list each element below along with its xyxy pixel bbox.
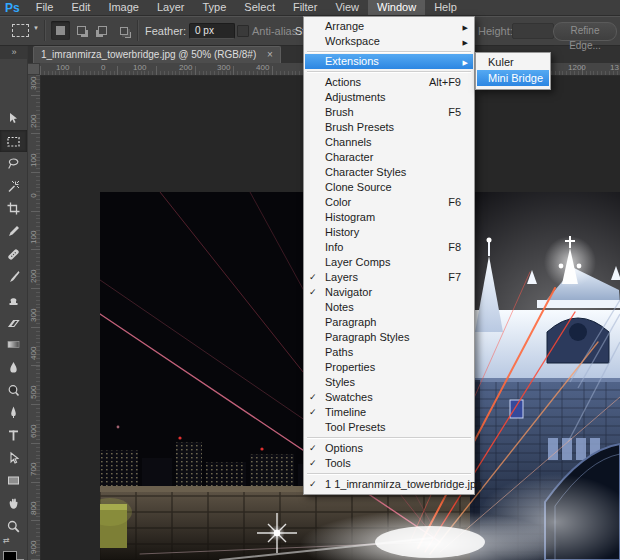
submenu-arrow-icon: ▶ bbox=[463, 20, 468, 35]
move-tool[interactable] bbox=[0, 107, 27, 129]
menu-item-notes[interactable]: Notes bbox=[305, 300, 473, 315]
menu-file[interactable]: File bbox=[27, 0, 63, 15]
rectangular-marquee-tool[interactable] bbox=[0, 130, 27, 152]
menu-item-paragraph[interactable]: Paragraph bbox=[305, 315, 473, 330]
subtract-selection-button[interactable] bbox=[93, 21, 112, 40]
type-tool[interactable] bbox=[0, 424, 27, 446]
hand-tool[interactable] bbox=[0, 492, 27, 514]
menu-window[interactable]: Window bbox=[368, 0, 425, 15]
intersect-selection-button[interactable] bbox=[114, 21, 133, 40]
height-input[interactable] bbox=[512, 23, 554, 39]
menu-item-tools[interactable]: ✓Tools bbox=[305, 456, 473, 471]
menu-select[interactable]: Select bbox=[235, 0, 284, 15]
h-ruler-label: 200 bbox=[179, 63, 192, 72]
feather-input[interactable]: 0 px bbox=[189, 23, 235, 39]
collapse-panels-button[interactable]: » bbox=[0, 46, 27, 59]
photoshop-logo: Ps bbox=[0, 1, 27, 15]
menu-item-adjustments[interactable]: Adjustments bbox=[305, 90, 473, 105]
window-menu-dropdown: Arrange▶ Workspace▶ Extensions▶ ActionsA… bbox=[303, 16, 475, 495]
submenu-arrow-icon: ▶ bbox=[463, 35, 468, 50]
menu-item-actions[interactable]: ActionsAlt+F9 bbox=[305, 75, 473, 90]
rectangle-tool[interactable] bbox=[0, 469, 27, 491]
extensions-submenu: Kuler Mini Bridge bbox=[475, 52, 551, 90]
menu-item-character-styles[interactable]: Character Styles bbox=[305, 165, 473, 180]
h-ruler-label: 1200 bbox=[568, 63, 586, 72]
magic-wand-tool[interactable] bbox=[0, 175, 27, 197]
zoom-tool[interactable] bbox=[0, 515, 27, 537]
pen-tool[interactable] bbox=[0, 401, 27, 423]
eraser-tool[interactable] bbox=[0, 311, 27, 333]
refine-edge-button[interactable]: Refine Edge... bbox=[553, 22, 617, 41]
check-icon: ✓ bbox=[309, 456, 321, 471]
h-ruler-label: 100 bbox=[133, 63, 146, 72]
menu-item-brush[interactable]: BrushF5 bbox=[305, 105, 473, 120]
foreground-color-swatch[interactable] bbox=[3, 551, 17, 560]
menu-filter[interactable]: Filter bbox=[284, 0, 326, 15]
v-ruler-label: 500 bbox=[29, 386, 38, 399]
vertical-ruler[interactable]: 300 200 100 0 100 200 300 400 500 600 70… bbox=[27, 75, 41, 560]
menu-item-brush-presets[interactable]: Brush Presets bbox=[305, 120, 473, 135]
lasso-tool[interactable] bbox=[0, 152, 27, 174]
menu-item-color[interactable]: ColorF6 bbox=[305, 195, 473, 210]
menu-item-timeline[interactable]: ✓Timeline bbox=[305, 405, 473, 420]
menu-view[interactable]: View bbox=[326, 0, 368, 15]
dodge-tool[interactable] bbox=[0, 379, 27, 401]
menu-item-clone-source[interactable]: Clone Source bbox=[305, 180, 473, 195]
menu-edit[interactable]: Edit bbox=[62, 0, 99, 15]
document-tab[interactable]: 1_imranmirza_towerbridge.jpg @ 50% (RGB/… bbox=[33, 46, 281, 64]
caret-down-icon[interactable]: ▼ bbox=[33, 25, 39, 31]
tools-panel: » bbox=[0, 46, 28, 560]
menu-item-paths[interactable]: Paths bbox=[305, 345, 473, 360]
menu-item-swatches[interactable]: ✓Swatches bbox=[305, 390, 473, 405]
v-ruler-label: 600 bbox=[29, 425, 38, 438]
menu-help[interactable]: Help bbox=[425, 0, 466, 15]
menu-item-paragraph-styles[interactable]: Paragraph Styles bbox=[305, 330, 473, 345]
submenu-item-mini-bridge[interactable]: Mini Bridge bbox=[477, 70, 549, 86]
menu-item-layer-comps[interactable]: Layer Comps bbox=[305, 255, 473, 270]
check-icon: ✓ bbox=[309, 285, 321, 300]
menu-image[interactable]: Image bbox=[99, 0, 148, 15]
close-tab-icon[interactable]: × bbox=[267, 49, 273, 60]
menu-item-navigator[interactable]: ✓Navigator bbox=[305, 285, 473, 300]
menu-item-properties[interactable]: Properties bbox=[305, 360, 473, 375]
clone-stamp-tool[interactable] bbox=[0, 288, 27, 310]
tool-preset-icon[interactable] bbox=[12, 24, 29, 37]
menu-item-arrange[interactable]: Arrange▶ bbox=[305, 19, 473, 34]
swap-colors-icon[interactable]: ⇄ bbox=[3, 536, 10, 545]
new-selection-button[interactable] bbox=[51, 21, 70, 40]
menu-item-histogram[interactable]: Histogram bbox=[305, 210, 473, 225]
v-ruler-label: 200 bbox=[29, 115, 38, 128]
anti-alias-label: Anti-alias bbox=[252, 25, 297, 37]
crop-tool[interactable] bbox=[0, 197, 27, 219]
h-ruler-label: 0 bbox=[101, 63, 105, 72]
menu-type[interactable]: Type bbox=[194, 0, 236, 15]
menu-item-info[interactable]: InfoF8 bbox=[305, 240, 473, 255]
menu-item-channels[interactable]: Channels bbox=[305, 135, 473, 150]
menu-item-layers[interactable]: ✓LayersF7 bbox=[305, 270, 473, 285]
add-selection-button[interactable] bbox=[72, 21, 91, 40]
path-selection-tool[interactable] bbox=[0, 447, 27, 469]
v-ruler-label: 200 bbox=[29, 270, 38, 283]
menu-item-styles[interactable]: Styles bbox=[305, 375, 473, 390]
anti-alias-checkbox[interactable] bbox=[237, 25, 249, 37]
menu-item-history[interactable]: History bbox=[305, 225, 473, 240]
document-title: 1_imranmirza_towerbridge.jpg @ 50% (RGB/… bbox=[41, 49, 256, 60]
menu-item-options[interactable]: ✓Options bbox=[305, 441, 473, 456]
menu-item-workspace[interactable]: Workspace▶ bbox=[305, 34, 473, 49]
menu-item-open-document[interactable]: ✓1 1_imranmirza_towerbridge.jpg bbox=[305, 477, 473, 492]
eyedropper-tool[interactable] bbox=[0, 220, 27, 242]
menu-item-extensions[interactable]: Extensions▶ bbox=[305, 54, 473, 69]
menu-item-character[interactable]: Character bbox=[305, 150, 473, 165]
menu-item-tool-presets[interactable]: Tool Presets bbox=[305, 420, 473, 435]
v-ruler-label: 300 bbox=[29, 77, 38, 90]
blur-tool[interactable] bbox=[0, 356, 27, 378]
gradient-tool[interactable] bbox=[0, 333, 27, 355]
brush-tool[interactable] bbox=[0, 265, 27, 287]
menu-layer[interactable]: Layer bbox=[148, 0, 194, 15]
submenu-item-kuler[interactable]: Kuler bbox=[477, 54, 549, 70]
h-ruler-label: 100 bbox=[56, 63, 69, 72]
h-ruler-label: 13 bbox=[610, 63, 619, 72]
v-ruler-label: 300 bbox=[29, 309, 38, 322]
v-ruler-label: 100 bbox=[29, 154, 38, 167]
spot-healing-brush-tool[interactable] bbox=[0, 243, 27, 265]
